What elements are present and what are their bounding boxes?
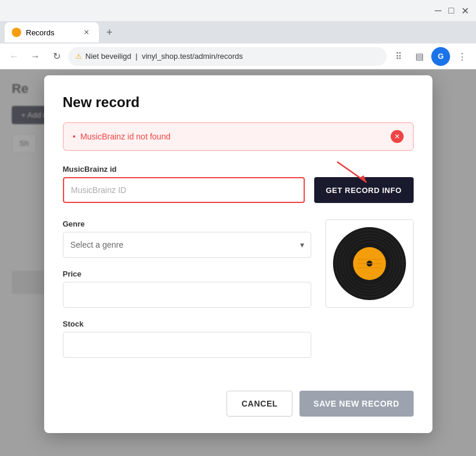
genre-select-wrapper: Select a genre Rock Pop Jazz Classical H… <box>63 232 311 258</box>
tab-bar: Records ✕ + <box>0 21 476 44</box>
new-record-modal: New record • MusicBrainz id not found ✕ … <box>44 75 432 433</box>
musicbrainz-field-group: MusicBrainz id <box>63 165 305 203</box>
maximize-icon[interactable]: □ <box>448 5 454 16</box>
main-content-row: Genre Select a genre Rock Pop Jazz Class… <box>63 219 414 372</box>
page-background: Re + Add record Sh Punk New record • Mus… <box>0 69 476 456</box>
stock-section: Stock <box>63 319 311 358</box>
menu-icon[interactable]: ⋮ <box>452 47 471 66</box>
active-tab[interactable]: Records ✕ <box>5 22 99 42</box>
profile-button[interactable]: G <box>431 47 450 66</box>
security-warning-icon: ⚠ <box>75 52 82 61</box>
left-column: Genre Select a genre Rock Pop Jazz Class… <box>63 219 311 372</box>
error-message: MusicBrainz id not found <box>80 132 170 141</box>
save-new-record-button[interactable]: SAVE NEW RECORD <box>299 391 414 417</box>
price-section: Price <box>63 269 311 308</box>
vinyl-record-image <box>331 225 408 302</box>
nav-bar: ← → ↻ ⚠ Niet beveiligd | vinyl_shop.test… <box>0 44 476 69</box>
sidebar-icon[interactable]: ▤ <box>410 47 429 66</box>
modal-title: New record <box>63 94 414 111</box>
price-input[interactable] <box>63 282 311 308</box>
close-icon[interactable]: ✕ <box>461 5 469 16</box>
title-bar: ─ □ ✕ <box>0 0 476 21</box>
back-button[interactable]: ← <box>5 47 24 66</box>
stock-label: Stock <box>63 319 311 328</box>
modal-overlay: New record • MusicBrainz id not found ✕ … <box>0 69 476 456</box>
google-apps-icon[interactable]: ⠿ <box>389 47 408 66</box>
address-bar[interactable]: ⚠ Niet beveiligd | vinyl_shop.test/admin… <box>68 47 387 66</box>
genre-label: Genre <box>63 219 311 228</box>
url-display: Niet beveiligd | vinyl_shop.test/admin/r… <box>85 52 243 61</box>
alert-close-button[interactable]: ✕ <box>391 130 404 143</box>
nav-right: ⠿ ▤ G ⋮ <box>389 47 471 66</box>
vinyl-image-box <box>325 219 414 308</box>
musicbrainz-input[interactable] <box>63 177 305 203</box>
tab-title: Records <box>26 28 54 37</box>
bullet-icon: • <box>73 132 76 141</box>
tab-favicon <box>12 28 21 37</box>
tab-close-button[interactable]: ✕ <box>81 27 92 38</box>
stock-input[interactable] <box>63 332 311 358</box>
genre-section: Genre Select a genre Rock Pop Jazz Class… <box>63 219 311 258</box>
cancel-button[interactable]: CANCEL <box>227 391 292 417</box>
browser-chrome: ─ □ ✕ Records ✕ + ← → ↻ ⚠ Niet beveiligd <box>0 0 476 69</box>
red-arrow <box>331 159 378 188</box>
forward-button[interactable]: → <box>26 47 45 66</box>
new-tab-button[interactable]: + <box>101 24 118 41</box>
refresh-button[interactable]: ↻ <box>47 47 66 66</box>
musicbrainz-row: MusicBrainz id GET RECORD INFO <box>63 165 414 203</box>
error-alert: • MusicBrainz id not found ✕ <box>63 122 414 151</box>
musicbrainz-label: MusicBrainz id <box>63 165 305 174</box>
price-label: Price <box>63 269 311 278</box>
genre-select[interactable]: Select a genre Rock Pop Jazz Classical H… <box>63 232 311 258</box>
minimize-icon[interactable]: ─ <box>435 5 441 16</box>
modal-footer: CANCEL SAVE NEW RECORD <box>63 386 414 417</box>
